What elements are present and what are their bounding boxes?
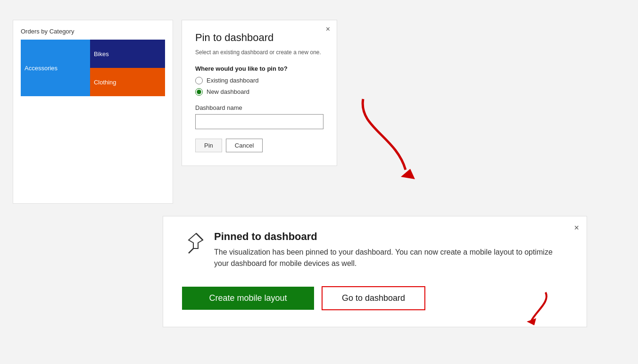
close-notification-button[interactable]: × [574, 223, 579, 233]
chart-panel: Orders by Category Accessories Bikes Clo… [13, 20, 173, 204]
cancel-button[interactable]: Cancel [226, 139, 263, 152]
close-pin-dialog-button[interactable]: × [326, 25, 330, 33]
radio-new-input[interactable] [195, 88, 203, 96]
pin-dialog: × Pin to dashboard Select an existing da… [182, 20, 337, 166]
radio-existing-dashboard[interactable]: Existing dashboard [195, 77, 323, 84]
radio-existing-input[interactable] [195, 77, 203, 84]
dashboard-name-input[interactable] [195, 114, 323, 129]
radio-group: Existing dashboard New dashboard [195, 77, 323, 96]
bar-clothing: Clothing [90, 68, 165, 96]
svg-line-2 [196, 233, 203, 240]
radio-existing-label: Existing dashboard [207, 77, 259, 84]
red-arrow-down [349, 90, 424, 184]
radio-new-dashboard[interactable]: New dashboard [195, 88, 323, 96]
notification-header: Pinned to dashboard The visualization ha… [182, 231, 568, 269]
bar-accessories: Accessories [21, 40, 90, 96]
pin-buttons: Pin Cancel [195, 139, 323, 152]
dashboard-name-label: Dashboard name [195, 104, 323, 111]
pin-icon [182, 232, 205, 254]
pin-button[interactable]: Pin [195, 139, 222, 152]
notification-body: The visualization has been pinned to you… [214, 247, 568, 269]
pin-dialog-title: Pin to dashboard [195, 32, 323, 44]
pin-dialog-subtitle: Select an existing dashboard or create a… [195, 49, 323, 57]
red-arrow-go-dashboard [508, 288, 555, 325]
chart-title: Orders by Category [21, 28, 165, 35]
bar-bikes: Bikes [90, 40, 165, 68]
create-mobile-layout-button[interactable]: Create mobile layout [182, 287, 314, 310]
pin-question: Where would you like to pin to? [195, 65, 323, 72]
svg-line-1 [189, 248, 193, 253]
svg-marker-0 [401, 169, 415, 179]
chart-bars: Accessories Bikes Clothing [21, 40, 165, 96]
notification-content: Pinned to dashboard The visualization ha… [214, 231, 568, 269]
notification-title: Pinned to dashboard [214, 231, 568, 243]
radio-new-label: New dashboard [207, 88, 249, 95]
go-to-dashboard-button[interactable]: Go to dashboard [322, 286, 425, 310]
